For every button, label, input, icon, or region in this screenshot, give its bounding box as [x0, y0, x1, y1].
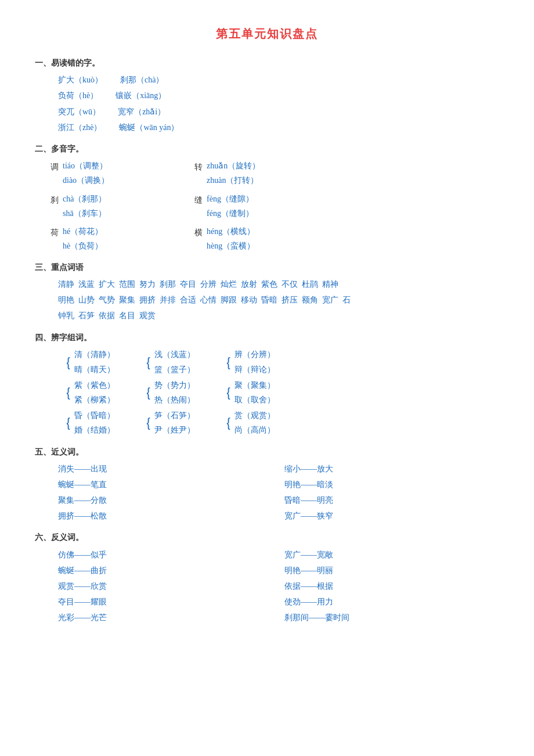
- list-item: ｛ 清（清静） 晴（晴天） ｛ 浅（浅蓝） 篮（篮子） ｛ 辨（分辨） 辩（辩论…: [58, 347, 499, 376]
- section-one: 一、易读错的字。 扩大（kuò） 刹那（chà） 负荷（hè） 镶嵌（xiāng…: [35, 56, 499, 135]
- list-item: 光彩——光芒: [58, 610, 273, 625]
- list-item: 依据——根据: [284, 579, 499, 593]
- brace-icon: ｛: [218, 355, 232, 369]
- list-item: 刹 chà（刹那） shā（刹车） 缝 fèng（缝隙） féng（缝制）: [46, 192, 499, 221]
- section-four: 四、辨字组词。 ｛ 清（清静） 晴（晴天） ｛ 浅（浅蓝） 篮（篮子） ｛: [35, 330, 499, 437]
- list-item: 蜿蜒——曲折: [58, 563, 273, 578]
- list-item: 仿佛——似乎: [58, 548, 273, 562]
- poly-char-sha: 刹: [46, 192, 63, 207]
- poly-char-feng: 缝: [190, 192, 207, 207]
- section-two: 二、多音字。 调 tiáo（调整） diào（调换） 转 zhuǎn（旋转） z…: [35, 142, 499, 253]
- list-item: 消失——出现: [58, 462, 273, 476]
- brace-icon: ｛: [138, 386, 152, 399]
- section-six: 六、反义词。 仿佛——似乎 宽广——宽敞 蜿蜒——曲折 明艳——明丽 观赏——欣…: [35, 530, 499, 625]
- list-item: 调 tiáo（调整） diào（调换） 转 zhuǎn（旋转） zhuàn（打转…: [46, 159, 499, 188]
- polyphone-section: 调 tiáo（调整） diào（调换） 转 zhuǎn（旋转） zhuàn（打转…: [35, 159, 499, 253]
- brace-icon: ｛: [58, 416, 72, 430]
- list-item: 突兀（wū） 宽窄（zhǎi）: [58, 105, 499, 119]
- list-item: 拥挤——松散: [58, 509, 273, 523]
- section-four-header: 四、辨字组词。: [35, 330, 499, 345]
- section-six-header: 六、反义词。: [35, 530, 499, 545]
- section-one-header: 一、易读错的字。: [35, 56, 499, 70]
- poly-char-he: 荷: [46, 224, 63, 240]
- section-one-items: 扩大（kuò） 刹那（chà） 负荷（hè） 镶嵌（xiāng） 突兀（wū） …: [35, 73, 499, 135]
- brace-icon: ｛: [58, 386, 72, 399]
- list-item: 昏暗——明亮: [284, 493, 499, 507]
- list-item: 缩小——放大: [284, 462, 499, 476]
- list-item: 夺目——耀眼: [58, 595, 273, 609]
- list-item: 扩大（kuò） 刹那（chà）: [58, 73, 499, 87]
- list-item: 负荷（hè） 镶嵌（xiāng）: [58, 88, 499, 103]
- list-item: 刹那间——霎时间: [284, 610, 499, 625]
- section-three: 三、重点词语 清静 浅蓝 扩大 范围 努力 刹那 夺目 分辨 灿烂 放射 紫色 …: [35, 260, 499, 323]
- poly-char-tiao: 调: [46, 159, 63, 174]
- list-item: 明艳——暗淡: [284, 477, 499, 492]
- vocab-block: 清静 浅蓝 扩大 范围 努力 刹那 夺目 分辨 灿烂 放射 紫色 不仅 杜鹃 精…: [35, 277, 499, 323]
- page-title: 第五单元知识盘点: [35, 23, 499, 44]
- section-three-header: 三、重点词语: [35, 260, 499, 275]
- list-item: 宽广——狭窄: [284, 509, 499, 523]
- section-two-header: 二、多音字。: [35, 142, 499, 156]
- list-item: 明艳——明丽: [284, 563, 499, 578]
- list-item: 使劲——用力: [284, 595, 499, 609]
- list-item: ｛ 昏（昏暗） 婚（结婚） ｛ 笋（石笋） 尹（姓尹） ｛ 赏（观赏） 尚（高尚…: [58, 408, 499, 437]
- list-item: 蜿蜒——笔直: [58, 477, 273, 492]
- list-item: 荷 hé（荷花） hè（负荷） 横 héng（横线） hèng（蛮横）: [46, 224, 499, 253]
- poly-char-heng: 横: [190, 224, 207, 240]
- synonym-grid: 消失——出现 缩小——放大 蜿蜒——笔直 明艳——暗淡 聚集——分散 昏暗——明…: [35, 462, 499, 524]
- brace-icon: ｛: [138, 416, 152, 430]
- brace-icon: ｛: [138, 355, 152, 369]
- list-item: 聚集——分散: [58, 493, 273, 507]
- brace-icon: ｛: [218, 416, 232, 430]
- section-five-header: 五、近义词。: [35, 445, 499, 459]
- list-item: 浙江（zhè） 蜿蜒（wān yán）: [58, 120, 499, 135]
- brace-icon: ｛: [58, 355, 72, 369]
- list-item: ｛ 紫（紫色） 紧（柳紧） ｛ 势（势力） 热（热闹） ｛ 聚（聚集） 取（取舍…: [58, 378, 499, 407]
- word-groups: ｛ 清（清静） 晴（晴天） ｛ 浅（浅蓝） 篮（篮子） ｛ 辨（分辨） 辩（辩论…: [35, 347, 499, 437]
- antonym-grid: 仿佛——似乎 宽广——宽敞 蜿蜒——曲折 明艳——明丽 观赏——欣赏 依据——根…: [35, 548, 499, 625]
- poly-char-zhuan: 转: [190, 159, 207, 174]
- section-five: 五、近义词。 消失——出现 缩小——放大 蜿蜒——笔直 明艳——暗淡 聚集——分…: [35, 445, 499, 524]
- list-item: 宽广——宽敞: [284, 548, 499, 562]
- list-item: 观赏——欣赏: [58, 579, 273, 593]
- brace-icon: ｛: [218, 386, 232, 399]
